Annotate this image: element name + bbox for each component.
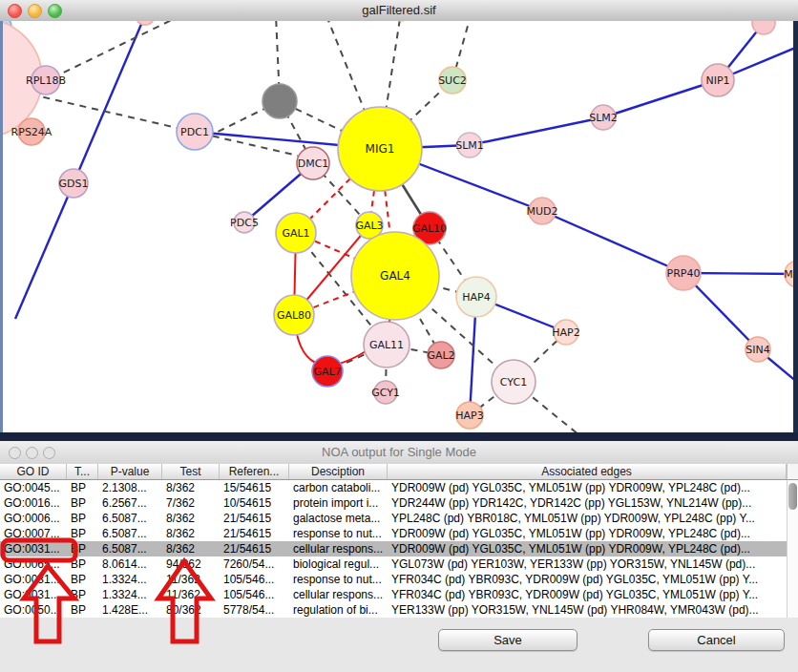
node-label-SUC2: SUC2 (438, 74, 467, 87)
table-row[interactable]: GO:0050...BP1.428E...80/3625778/54...reg… (0, 602, 787, 618)
column-header[interactable]: Desciption (289, 464, 388, 479)
button-bar: Save Cancel (0, 618, 798, 672)
table-cell: GO:0006... (0, 511, 67, 526)
table-cell: BP (67, 541, 98, 556)
table-cell: BP (67, 511, 98, 526)
column-header[interactable]: T... (67, 464, 98, 479)
table-row[interactable]: GO:0065...BP8.0614...94/3627260/54...bio… (0, 556, 787, 572)
column-header[interactable]: P-value (98, 464, 162, 479)
table-row-selected[interactable]: GO:0031...BP6.5087...8/36221/54615cellul… (0, 541, 787, 556)
results-table[interactable]: GO:0045...BP2.1308...8/36215/54615carbon… (0, 480, 787, 618)
node-gray-node[interactable] (262, 84, 297, 118)
column-header[interactable]: Test (162, 464, 220, 479)
table-cell: 1.3324... (98, 572, 162, 587)
table-cell: cellular respons... (289, 541, 388, 556)
table-cell: 15/54615 (220, 480, 289, 495)
table-row[interactable]: GO:0031...BP1.3324...11/362105/546...res… (0, 572, 787, 587)
node-label-GAL3: GAL3 (355, 220, 383, 232)
table-row[interactable]: GO:0016...BP6.2567...7/36210/54615protei… (0, 495, 787, 511)
edge-pp[interactable] (542, 211, 683, 273)
table-cell: GO:0050... (0, 602, 67, 618)
table-cell: 10/54615 (220, 495, 289, 511)
table-cell: response to nut... (289, 572, 388, 587)
node-label-GAL1: GAL1 (282, 227, 309, 240)
table-cell: carbon cataboli... (289, 480, 388, 495)
canvas-left-border (0, 21, 3, 432)
noa-window-title: NOA output for Single Mode (0, 445, 798, 459)
node-label-GAL2: GAL2 (427, 349, 454, 362)
node-label-GAL7: GAL7 (313, 366, 341, 378)
scrollbar-thumb[interactable] (788, 483, 797, 510)
table-cell: BP (67, 602, 98, 618)
table-cell: protein import i... (289, 495, 388, 511)
table-cell: YDR009W (pd) YGL035C, YML051W (pp) YDR00… (388, 526, 787, 541)
table-cell: 8/362 (162, 526, 220, 541)
node-label-HAP4: HAP4 (462, 291, 490, 304)
edge-pp[interactable] (603, 80, 718, 117)
node-label-SLM2: SLM2 (589, 112, 618, 124)
table-cell: regulation of bi... (289, 602, 388, 618)
node-label-MUD2: MUD2 (526, 205, 557, 218)
table-row[interactable]: GO:0031...BP1.3324...11/362105/546...cel… (0, 587, 787, 602)
node-label-GAL80: GAL80 (277, 309, 311, 322)
table-cell: YDR009W (pd) YGL035C, YML051W (pp) YDR00… (388, 480, 787, 495)
node-label-GCY1: GCY1 (371, 387, 400, 399)
vertical-scrollbar[interactable] (787, 480, 798, 618)
table-cell: 105/546... (220, 572, 289, 587)
table-row[interactable]: GO:0007...BP6.5087...8/36221/54615respon… (0, 526, 787, 541)
table-cell: 6.5087... (98, 526, 162, 541)
network-canvas-svg: RPL18BRPS24AGDS1PDC1DMC1MIG1SUC2SLM1SLM2… (0, 21, 798, 432)
cancel-button[interactable]: Cancel (648, 629, 785, 651)
table-cell: biological regul... (289, 556, 388, 572)
table-cell: YFR034C (pd) YBR093C, YDR009W (pd) YGL03… (388, 572, 787, 587)
table-cell: 8/362 (162, 541, 220, 556)
edge-pd[interactable] (19, 92, 298, 156)
table-cell: YGL073W (pd) YER103W, YER133W (pp) YOR31… (388, 556, 787, 572)
graph-window-titlebar[interactable]: galFiltered.sif (0, 0, 798, 22)
column-header[interactable]: Referen... (220, 464, 289, 479)
table-cell: 8.0614... (98, 556, 162, 572)
node-label-HAP3: HAP3 (455, 410, 483, 422)
graph-window: galFiltered.sif RPL18BRPS24AGDS1PDC1DMC1… (0, 0, 798, 432)
network-canvas[interactable]: RPL18BRPS24AGDS1PDC1DMC1MIG1SUC2SLM1SLM2… (0, 21, 798, 432)
table-cell: 1.428E... (98, 602, 162, 618)
table-cell: 5778/54... (220, 602, 289, 618)
table-cell: 7/362 (162, 495, 220, 511)
table-cell: 8/362 (162, 480, 220, 495)
edge-pp[interactable] (74, 21, 145, 183)
column-header[interactable]: Associated edges (388, 464, 787, 479)
table-row[interactable]: GO:0006...BP6.5087...8/36221/54615galact… (0, 511, 787, 526)
scrollbar-corner (787, 464, 798, 480)
noa-window-titlebar[interactable]: NOA output for Single Mode (0, 441, 798, 465)
table-cell: BP (67, 556, 98, 572)
table-cell: 6.5087... (98, 511, 162, 526)
node-label-PRP40: PRP40 (667, 267, 701, 280)
table-cell: BP (67, 572, 98, 587)
table-cell: BP (67, 495, 98, 511)
table-cell: BP (67, 480, 98, 495)
table-cell: 94/362 (162, 556, 220, 572)
table-row[interactable]: GO:0045...BP2.1308...8/36215/54615carbon… (0, 480, 787, 495)
table-cell: 105/546... (220, 587, 289, 602)
table-cell: 7260/54... (220, 556, 289, 572)
table-cell: 6.2567... (98, 495, 162, 511)
table-cell: 6.5087... (98, 541, 162, 556)
node-label-GAL4: GAL4 (380, 269, 410, 283)
table-cell: GO:0031... (0, 572, 67, 587)
node-top-pink[interactable] (136, 21, 155, 25)
node-label-RPS24A: RPS24A (11, 126, 52, 138)
table-cell: galactose meta... (289, 511, 388, 526)
table-cell: BP (67, 526, 98, 541)
table-cell: YER133W (pp) YOR315W, YNL145W (pd) YHR08… (388, 602, 787, 618)
noa-output-window: NOA output for Single Mode GO IDT...P-va… (0, 441, 798, 672)
table-cell: 1.3324... (98, 587, 162, 602)
edge-pp[interactable] (470, 117, 603, 145)
column-header[interactable]: GO ID (0, 464, 67, 479)
node-label-GDS1: GDS1 (59, 178, 89, 190)
results-table-header[interactable]: GO IDT...P-valueTestReferen...Desciption… (0, 464, 787, 480)
table-cell: BP (67, 587, 98, 602)
canvas-right-border (793, 21, 798, 432)
edge-pp[interactable] (15, 183, 74, 319)
save-button[interactable]: Save (438, 629, 578, 651)
table-cell: YFR034C (pd) YBR093C, YDR009W (pd) YGL03… (388, 587, 787, 602)
